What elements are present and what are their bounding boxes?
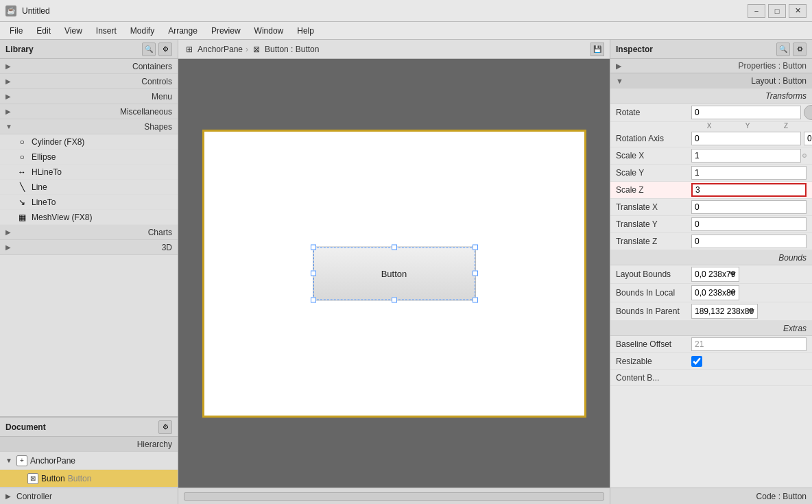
lib-item-hlineto[interactable]: ↔ HLineTo xyxy=(0,165,178,180)
category-miscellaneous[interactable]: ▶ Miscellaneous xyxy=(0,104,178,119)
menu-file[interactable]: File xyxy=(3,25,29,37)
lib-item-label: LineTo xyxy=(32,197,56,207)
menu-insert[interactable]: Insert xyxy=(89,25,123,37)
prop-scale-z: Scale Z xyxy=(610,182,812,199)
menu-window[interactable]: Window xyxy=(248,25,291,37)
category-containers[interactable]: ▶ Containers xyxy=(0,59,178,74)
document-title: Document xyxy=(5,422,46,432)
layout-bounds-select[interactable]: 0,0 238x79 xyxy=(691,267,739,282)
category-controls[interactable]: ▶ Controls xyxy=(0,74,178,89)
rotation-axis-y-input[interactable] xyxy=(804,132,812,145)
button-icon: ⊠ xyxy=(27,473,38,484)
layout-expand-arrow[interactable]: ▼ xyxy=(616,77,623,85)
translate-y-input[interactable] xyxy=(691,217,807,231)
xyz-labels-row: X Y Z xyxy=(610,122,812,130)
breadcrumb-save-button[interactable]: 💾 xyxy=(590,43,604,56)
hierarchy-item-sublabel: Button xyxy=(68,474,92,483)
handle-tl[interactable] xyxy=(311,244,316,250)
lib-item-cylinder[interactable]: ○ Cylinder (FX8) xyxy=(0,134,178,149)
menu-view[interactable]: View xyxy=(58,25,89,37)
library-search-button[interactable]: 🔍 xyxy=(142,43,156,56)
category-label: Shapes xyxy=(144,122,172,132)
menu-arrange[interactable]: Arrange xyxy=(161,25,204,37)
scale-x-indicator xyxy=(802,154,807,158)
scale-y-input[interactable] xyxy=(691,166,807,180)
inspector-search-button[interactable]: 🔍 xyxy=(776,43,790,56)
prop-scale-y: Scale Y xyxy=(610,165,812,182)
close-button[interactable]: ✕ xyxy=(789,4,807,18)
document-settings-button[interactable]: ⚙ xyxy=(158,420,172,434)
tab-arrow-right[interactable]: ▶ xyxy=(610,60,627,73)
hierarchy-item-label: Button xyxy=(41,474,65,483)
prop-translate-z: Translate Z xyxy=(610,233,812,250)
scale-x-input[interactable] xyxy=(691,149,801,163)
bottom-bar-right: Code : Button xyxy=(610,488,812,504)
category-menu[interactable]: ▶ Menu xyxy=(0,89,178,104)
prop-translate-y: Translate Y xyxy=(610,216,812,233)
breadcrumb-button[interactable]: ⊠ Button : Button xyxy=(251,44,319,55)
app-icon: ☕ xyxy=(5,5,16,16)
prop-resizable: Resizable xyxy=(610,353,812,370)
menu-modify[interactable]: Modify xyxy=(123,25,161,37)
canvas-area: Button xyxy=(178,59,610,488)
handle-bc[interactable] xyxy=(392,297,397,302)
breadcrumb-anchorpane[interactable]: ⊞ AnchorPane xyxy=(184,44,243,55)
hierarchy-item-anchorpane[interactable]: ▼ + AnchorPane xyxy=(0,452,178,470)
window-controls: − □ ✕ xyxy=(748,4,807,18)
layout-bounds-select-wrapper: 0,0 238x79 xyxy=(691,267,807,282)
canvas-button[interactable]: Button xyxy=(313,246,476,300)
handle-ml[interactable] xyxy=(311,271,316,276)
translate-z-input[interactable] xyxy=(691,235,807,248)
line-icon: ╲ xyxy=(16,182,27,193)
rotation-axis-x-input[interactable] xyxy=(691,132,801,145)
library-list: ▶ Containers ▶ Controls ▶ Menu ▶ Miscell… xyxy=(0,59,178,416)
bounds-in-local-select[interactable]: 0,0 238x80 xyxy=(691,285,739,300)
library-header: Library 🔍 ⚙ xyxy=(0,40,178,59)
rotate-input[interactable] xyxy=(691,106,801,119)
resizable-label: Resizable xyxy=(616,357,691,366)
menu-preview[interactable]: Preview xyxy=(204,25,248,37)
rotation-axis-inputs xyxy=(691,132,812,145)
bounds-in-parent-select[interactable]: 189,132 238x80 xyxy=(691,304,758,319)
handle-tr[interactable] xyxy=(473,244,478,250)
anchorpane-breadcrumb-icon: ⊞ xyxy=(184,44,195,55)
category-charts[interactable]: ▶ Charts xyxy=(0,225,178,240)
inspector-settings-button[interactable]: ⚙ xyxy=(793,43,807,56)
category-3d[interactable]: ▶ 3D xyxy=(0,240,178,255)
category-shapes[interactable]: ▼ Shapes xyxy=(0,119,178,134)
handle-br[interactable] xyxy=(473,297,478,302)
category-label: Controls xyxy=(141,77,172,86)
prop-layout-bounds: Layout Bounds 0,0 238x79 xyxy=(610,265,812,284)
expand-icon: ▼ xyxy=(5,123,12,130)
expand-icon: ▶ xyxy=(5,108,11,115)
menu-edit[interactable]: Edit xyxy=(29,25,58,37)
document-section: Document ⚙ Hierarchy ▼ + AnchorPane ⊠ Bu… xyxy=(0,416,178,488)
minimize-button[interactable]: − xyxy=(748,4,765,18)
resizable-checkbox[interactable] xyxy=(691,356,702,367)
scale-z-input[interactable] xyxy=(691,183,807,197)
breadcrumb-button-label: Button : Button xyxy=(265,45,319,54)
handle-bl[interactable] xyxy=(311,297,316,302)
z-label-header: Z xyxy=(768,122,804,130)
horizontal-scrollbar[interactable] xyxy=(184,492,604,501)
y-label-header: Y xyxy=(730,122,765,130)
translate-x-input[interactable] xyxy=(691,200,807,214)
lib-item-meshview[interactable]: ▦ MeshView (FX8) xyxy=(0,210,178,225)
handle-tc[interactable] xyxy=(392,244,397,250)
lib-item-line[interactable]: ╲ Line xyxy=(0,180,178,195)
lib-item-lineto[interactable]: ↘ LineTo xyxy=(0,195,178,210)
maximize-button[interactable]: □ xyxy=(768,4,786,18)
hierarchy-item-button[interactable]: ⊠ Button Button xyxy=(0,470,178,488)
lib-item-ellipse[interactable]: ○ Ellipse xyxy=(0,149,178,165)
prop-scale-x: Scale X xyxy=(610,147,812,165)
scale-z-label: Scale Z xyxy=(616,185,691,195)
library-settings-button[interactable]: ⚙ xyxy=(158,43,172,56)
baseline-offset-input[interactable] xyxy=(691,337,807,351)
prop-bounds-in-parent: Bounds In Parent 189,132 238x80 xyxy=(610,302,812,321)
handle-mr[interactable] xyxy=(473,271,478,276)
menu-help[interactable]: Help xyxy=(290,25,321,37)
layout-bounds-label: Layout Bounds xyxy=(616,269,691,279)
rotate-color-circle[interactable] xyxy=(804,105,812,120)
tab-properties[interactable]: Properties : Button xyxy=(627,59,812,73)
canvas-button-label: Button xyxy=(381,268,407,278)
